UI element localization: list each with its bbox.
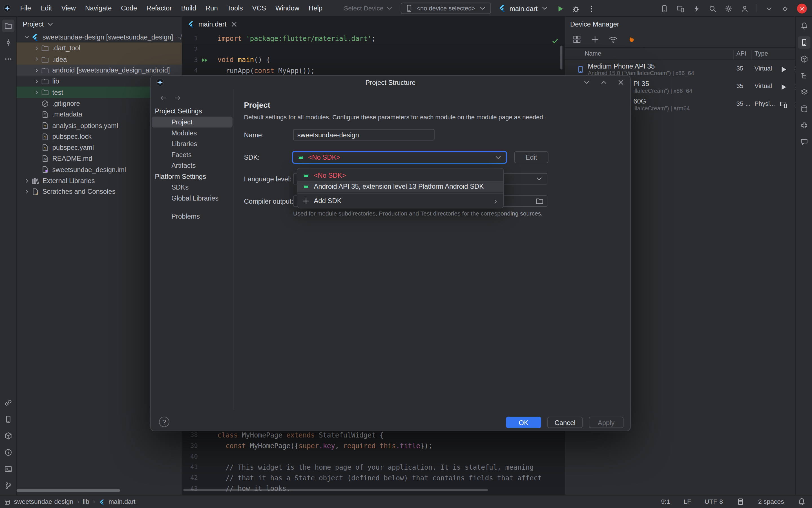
settings-nav-item-global-libraries[interactable]: Global Libraries — [152, 193, 233, 204]
tree-chevron[interactable] — [23, 34, 31, 40]
editor-vertical-scrollbar[interactable] — [560, 46, 562, 70]
ok-button[interactable]: OK — [506, 417, 541, 428]
mirror-icon[interactable] — [676, 4, 684, 13]
code-line[interactable]: 2 — [182, 44, 565, 55]
bolt-icon[interactable] — [692, 4, 701, 13]
close-dialog-icon[interactable] — [617, 78, 625, 87]
window-grid-icon[interactable] — [4, 498, 10, 505]
breadcrumb[interactable]: lib — [83, 498, 89, 505]
menu-code[interactable]: Code — [116, 0, 142, 16]
sdk-combobox[interactable]: <No SDK> — [292, 151, 507, 164]
tool-strip-button-puzzle[interactable] — [798, 119, 810, 132]
settings-nav-item-problems[interactable]: Problems — [152, 211, 233, 222]
dialog-title-bar[interactable]: Project Structure — [151, 76, 630, 89]
line-ending[interactable]: LF — [683, 498, 691, 505]
project-horizontal-scrollbar[interactable] — [17, 490, 120, 492]
menu-window[interactable]: Window — [271, 0, 304, 16]
settings-nav-item-sdks[interactable]: SDKs — [152, 182, 233, 193]
chevron-up-icon[interactable] — [600, 78, 608, 87]
back-arrow-icon[interactable] — [159, 93, 167, 102]
plus-icon[interactable] — [590, 34, 600, 44]
code-line[interactable]: 42 // that it has a State object (define… — [182, 472, 565, 483]
tool-strip-button-folder[interactable] — [2, 20, 14, 32]
phone-icon[interactable] — [660, 4, 669, 13]
grid-icon[interactable] — [572, 34, 581, 44]
tool-strip-button-database[interactable] — [798, 103, 810, 115]
start-device-icon[interactable] — [779, 65, 787, 73]
diamond-icon[interactable] — [781, 4, 789, 13]
device-table-header[interactable]: Name API Type — [565, 48, 796, 60]
tab-main-dart[interactable]: main.dart — [182, 16, 243, 32]
tree-chevron[interactable] — [33, 78, 41, 84]
tool-strip-button-branch[interactable] — [2, 479, 14, 492]
breadcrumb[interactable]: sweetsundae-design — [14, 498, 74, 505]
user-icon[interactable] — [741, 4, 749, 13]
doc-icon[interactable] — [736, 498, 745, 506]
tree-chevron[interactable] — [33, 89, 41, 95]
menu-tools[interactable]: Tools — [222, 0, 247, 16]
settings-nav-item-project[interactable]: Project — [152, 117, 233, 127]
chevron-down-icon[interactable] — [765, 4, 773, 13]
sdk-option-add-sdk[interactable]: Add SDK — [297, 196, 504, 207]
debug-button[interactable] — [572, 4, 580, 13]
tool-strip-button-info[interactable] — [2, 446, 14, 459]
sdk-option-android-api-35-extension-level-13-platform-android-sdk[interactable]: Android API 35, extension level 13 Platf… — [297, 181, 504, 192]
code-line[interactable]: 40 — [182, 451, 565, 462]
code-line[interactable]: 4 runApp(const MyApp()); — [182, 66, 565, 76]
tree-chevron[interactable] — [33, 45, 41, 51]
indent-setting[interactable]: 2 spaces — [758, 498, 784, 505]
tool-strip-button-phone[interactable] — [2, 413, 14, 425]
window-close-button[interactable] — [797, 3, 807, 13]
breadcrumb[interactable]: main.dart — [108, 498, 136, 505]
edit-sdk-button[interactable]: Edit — [514, 152, 548, 163]
sdk-option-no-sdk[interactable]: <No SDK> — [297, 170, 504, 181]
tool-strip-button-structure[interactable] — [798, 70, 810, 82]
editor-horizontal-scrollbar[interactable] — [183, 489, 488, 491]
tool-strip-button-more-h[interactable] — [2, 53, 14, 65]
menu-file[interactable]: File — [15, 0, 36, 16]
code-top-block[interactable]: 1import 'package:flutter/material.dart';… — [182, 33, 565, 76]
menu-edit[interactable]: Edit — [36, 0, 57, 16]
device-selector[interactable]: <no device selected> — [401, 3, 491, 14]
cancel-button[interactable]: Cancel — [547, 417, 583, 428]
tool-strip-button-chat[interactable] — [798, 136, 810, 148]
mirror-device-icon[interactable] — [779, 100, 787, 109]
tree-chevron[interactable] — [23, 188, 31, 195]
tree-chevron[interactable] — [33, 67, 41, 73]
code-line[interactable]: 1import 'package:flutter/material.dart'; — [182, 33, 565, 44]
gear-icon[interactable] — [725, 4, 733, 13]
tree-item[interactable]: .idea — [17, 54, 182, 65]
tool-strip-button-bell[interactable] — [798, 20, 810, 32]
run-gutter-icon[interactable] — [201, 56, 208, 64]
code-bottom-block[interactable]: 38class MyHomePage extends StatefulWidge… — [182, 430, 565, 494]
tree-item[interactable]: android [sweetsundae_design_android] — [17, 65, 182, 76]
code-line[interactable]: 3void main() { — [182, 55, 565, 66]
tree-chevron[interactable] — [33, 56, 41, 62]
settings-nav-item-libraries[interactable]: Libraries — [152, 138, 233, 150]
chevron-down-icon[interactable] — [583, 78, 591, 87]
browse-folder-icon[interactable] — [535, 197, 544, 205]
tool-strip-button-box[interactable] — [2, 430, 14, 442]
file-encoding[interactable]: UTF-8 — [705, 498, 723, 505]
apply-button[interactable]: Apply — [589, 417, 623, 428]
project-panel-header[interactable]: Project — [17, 17, 182, 32]
search-icon[interactable] — [709, 4, 717, 13]
caret-position[interactable]: 9:1 — [661, 498, 670, 505]
menu-navigate[interactable]: Navigate — [80, 0, 116, 16]
flame-icon[interactable] — [627, 34, 636, 44]
settings-nav-item-facets[interactable]: Facets — [152, 149, 233, 160]
select-device-dropdown[interactable]: Select Device — [344, 4, 394, 12]
settings-nav-item-artifacts[interactable]: Artifacts — [152, 160, 233, 171]
tool-strip-button-commit[interactable] — [2, 36, 14, 49]
tool-strip-button-box[interactable] — [798, 53, 810, 65]
settings-nav-item-modules[interactable]: Modules — [152, 127, 233, 138]
tool-strip-button-terminal[interactable] — [2, 463, 14, 475]
run-configuration[interactable]: main.dart — [498, 4, 549, 12]
run-button[interactable] — [556, 4, 564, 13]
menu-run[interactable]: Run — [201, 0, 222, 16]
tool-strip-button-link[interactable] — [2, 396, 14, 409]
inspections-ok-icon[interactable] — [551, 36, 559, 45]
tree-item[interactable]: .dart_tool — [17, 43, 182, 54]
tool-strip-button-phone[interactable] — [798, 36, 810, 49]
menu-build[interactable]: Build — [177, 0, 201, 16]
